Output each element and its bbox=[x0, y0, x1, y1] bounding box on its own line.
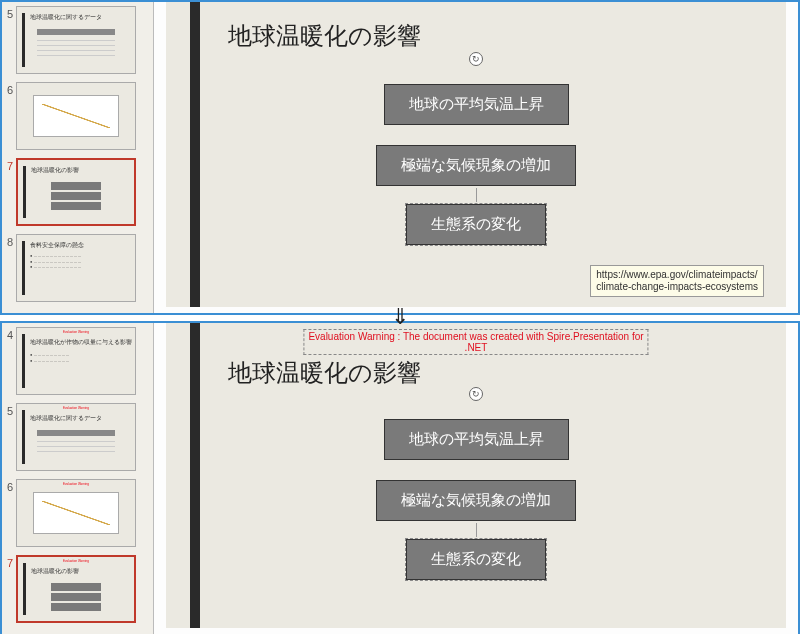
bottom-canvas: Evaluation Warning : The document was cr… bbox=[154, 323, 798, 634]
bottom-pane: 4 Evaluation Warning 地球温暖化が作物の収量に与える影響 ●… bbox=[2, 323, 798, 634]
thumb-6[interactable] bbox=[16, 82, 136, 150]
top-canvas: 地球温暖化の影響 地球の平均気温上昇 極端な気候現象の増加 ↻ 生態系の変化 h… bbox=[154, 2, 798, 313]
thumb-7[interactable]: 地球温暖化の影響 bbox=[16, 158, 136, 226]
thumb-row[interactable]: 8 食料安全保障の懸念 ● ………………………………● ………………………………… bbox=[2, 234, 147, 302]
box-column: 地球の平均気温上昇 極端な気候現象の増加 ↻ 生態系の変化 bbox=[166, 409, 786, 590]
rotate-handle-icon[interactable]: ↻ bbox=[469, 52, 483, 66]
bottom-outer: 4 Evaluation Warning 地球温暖化が作物の収量に与える影響 ●… bbox=[0, 321, 800, 634]
box-1[interactable]: 地球の平均気温上昇 bbox=[384, 419, 569, 460]
thumb-row[interactable]: 5 地球温暖化に関するデータ bbox=[2, 6, 147, 74]
thumb-row[interactable]: 7 Evaluation Warning 地球温暖化の影響 bbox=[2, 555, 147, 623]
connector bbox=[476, 188, 477, 202]
thumb-row[interactable]: 5 Evaluation Warning 地球温暖化に関するデータ bbox=[2, 403, 147, 471]
thumb-number: 6 bbox=[2, 82, 16, 96]
slide-title[interactable]: 地球温暖化の影響 bbox=[228, 20, 421, 52]
slide[interactable]: Evaluation Warning : The document was cr… bbox=[166, 323, 786, 628]
thumb-number: 4 bbox=[2, 327, 16, 341]
thumb-7[interactable]: Evaluation Warning 地球温暖化の影響 bbox=[16, 555, 136, 623]
thumb-row[interactable]: 4 Evaluation Warning 地球温暖化が作物の収量に与える影響 ●… bbox=[2, 327, 147, 395]
slide[interactable]: 地球温暖化の影響 地球の平均気温上昇 極端な気候現象の増加 ↻ 生態系の変化 h… bbox=[166, 2, 786, 307]
thumb-5[interactable]: 地球温暖化に関するデータ bbox=[16, 6, 136, 74]
thumb-number: 7 bbox=[2, 555, 16, 569]
evaluation-warning: Evaluation Warning : The document was cr… bbox=[303, 329, 648, 355]
thumb-5[interactable]: Evaluation Warning 地球温暖化に関するデータ bbox=[16, 403, 136, 471]
slide-title[interactable]: 地球温暖化の影響 bbox=[228, 357, 421, 389]
thumb-number: 5 bbox=[2, 6, 16, 20]
thumb-number: 5 bbox=[2, 403, 16, 417]
bottom-thumbnail-panel: 4 Evaluation Warning 地球温暖化が作物の収量に与える影響 ●… bbox=[2, 323, 154, 634]
top-pane: 5 地球温暖化に関するデータ 6 7 地球温暖化の影響 8 食料安全保障の懸念 … bbox=[2, 2, 798, 313]
thumb-number: 6 bbox=[2, 479, 16, 493]
thumb-8[interactable]: 食料安全保障の懸念 ● ………………………………● ………………………………● … bbox=[16, 234, 136, 302]
box-2[interactable]: 極端な気候現象の増加 bbox=[376, 480, 576, 521]
box-2[interactable]: 極端な気候現象の増加 bbox=[376, 145, 576, 186]
thumb-row[interactable]: 6 Evaluation Warning bbox=[2, 479, 147, 547]
thumb-6[interactable]: Evaluation Warning bbox=[16, 479, 136, 547]
thumb-4[interactable]: Evaluation Warning 地球温暖化が作物の収量に与える影響 ● …… bbox=[16, 327, 136, 395]
box-3-selected[interactable]: 生態系の変化 bbox=[406, 539, 546, 580]
box-1[interactable]: 地球の平均気温上昇 bbox=[384, 84, 569, 125]
top-outer: 5 地球温暖化に関するデータ 6 7 地球温暖化の影響 8 食料安全保障の懸念 … bbox=[0, 0, 800, 315]
hyperlink-tooltip: https://www.epa.gov/climateimpacts/clima… bbox=[590, 265, 764, 297]
rotate-handle-icon[interactable]: ↻ bbox=[469, 387, 483, 401]
top-thumbnail-panel: 5 地球温暖化に関するデータ 6 7 地球温暖化の影響 8 食料安全保障の懸念 … bbox=[2, 2, 154, 313]
thumb-number: 8 bbox=[2, 234, 16, 248]
down-arrow-icon: ⇓ bbox=[0, 315, 800, 321]
box-column: 地球の平均気温上昇 極端な気候現象の増加 ↻ 生態系の変化 bbox=[166, 74, 786, 255]
connector bbox=[476, 523, 477, 537]
thumb-row[interactable]: 7 地球温暖化の影響 bbox=[2, 158, 147, 226]
thumb-number: 7 bbox=[2, 158, 16, 172]
box-3-selected[interactable]: 生態系の変化 bbox=[406, 204, 546, 245]
thumb-row[interactable]: 6 bbox=[2, 82, 147, 150]
